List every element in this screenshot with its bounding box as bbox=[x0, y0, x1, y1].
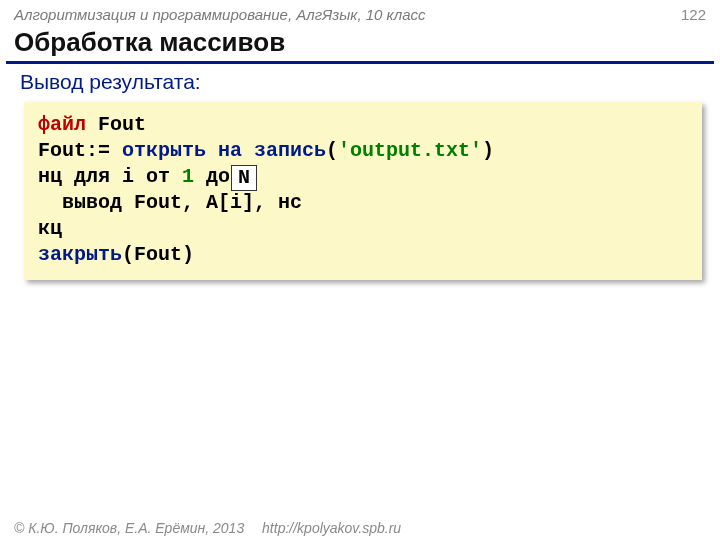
n-overlay-box: N bbox=[231, 165, 257, 191]
top-bar: Алгоритмизация и программирование, АлгЯз… bbox=[0, 0, 720, 25]
code-text: ( bbox=[326, 139, 338, 162]
code-text: вывод Fout, A[i], нс bbox=[38, 191, 302, 214]
footer-url: http://kpolyakov.spb.ru bbox=[262, 520, 401, 536]
code-text: кц bbox=[38, 217, 62, 240]
code-text: Fout:= bbox=[38, 139, 122, 162]
code-string: 'output.txt' bbox=[338, 139, 482, 162]
page-title: Обработка массивов bbox=[0, 25, 720, 61]
code-kw-open: открыть на запись bbox=[122, 139, 326, 162]
code-block: файл Fout Fout:= открыть на запись('outp… bbox=[24, 102, 702, 280]
footer: © К.Ю. Поляков, Е.А. Ерёмин, 2013 http:/… bbox=[14, 520, 401, 536]
code-number: 1 bbox=[182, 165, 194, 188]
code-kw-close: закрыть bbox=[38, 243, 122, 266]
subtitle: Вывод результата: bbox=[0, 68, 720, 100]
code-text: (Fout) bbox=[122, 243, 194, 266]
course-label: Алгоритмизация и программирование, АлгЯз… bbox=[14, 6, 426, 23]
code-text: нц для i от bbox=[38, 165, 182, 188]
code-content: файл Fout Fout:= открыть на запись('outp… bbox=[38, 112, 688, 268]
title-rule bbox=[6, 61, 714, 64]
copyright-text: © К.Ю. Поляков, Е.А. Ерёмин, 2013 bbox=[14, 520, 244, 536]
code-text: Fout bbox=[86, 113, 146, 136]
code-text: ) bbox=[482, 139, 494, 162]
code-kw-file: файл bbox=[38, 113, 86, 136]
page-number: 122 bbox=[681, 6, 706, 23]
